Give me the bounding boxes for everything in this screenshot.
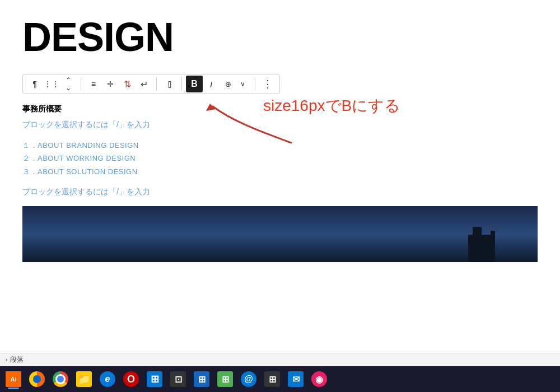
- nav-list: １．ABOUT BRANDING DESIGN ２．ABOUT WORKING …: [22, 139, 538, 178]
- arrows-btn[interactable]: ⌃⌄: [60, 76, 77, 92]
- bold-btn[interactable]: B: [186, 76, 203, 92]
- taskbar-item-mail[interactable]: ✉: [284, 368, 307, 390]
- building-silhouette: [459, 223, 504, 262]
- placeholder-2[interactable]: ブロックを選択するには「/」を入力: [22, 187, 538, 197]
- main-content: DESIGN ¶ ⋮⋮ ⌃⌄ ≡ ✛ ⇅ ↵ [ ] B I ⊕ ∨: [0, 0, 560, 358]
- list-item-2: ２．ABOUT WORKING DESIGN: [22, 152, 538, 165]
- app3-icon: ⊞: [194, 371, 209, 387]
- toolbar-group-format: B I ⊕ ∨: [185, 76, 252, 92]
- taskbar-item-explorer[interactable]: 📁: [73, 368, 95, 390]
- app-circle-icon: ◉: [311, 371, 327, 387]
- format-dropdown-btn[interactable]: ∨: [234, 76, 251, 92]
- list-item-3: ３．ABOUT SOLUTION DESIGN: [22, 165, 538, 178]
- grid-icon: ⊞: [264, 371, 280, 387]
- taskbar-item-grid[interactable]: ⊞: [261, 368, 283, 390]
- page-title: DESIGN: [22, 17, 538, 57]
- mail-icon: ✉: [288, 371, 304, 387]
- status-section-label: 段落: [10, 355, 24, 365]
- more-btn[interactable]: ⋮: [259, 76, 276, 92]
- chrome-icon: [53, 371, 68, 387]
- separator-4: [255, 77, 255, 91]
- transform-btn[interactable]: ⇅: [119, 76, 136, 92]
- list-item-1: １．ABOUT BRANDING DESIGN: [22, 139, 538, 152]
- toolbar-group-more: ⋮: [258, 76, 277, 92]
- toolbar-group-1: ¶ ⋮⋮ ⌃⌄: [25, 76, 78, 92]
- taskbar-item-app3[interactable]: ⊞: [190, 368, 213, 390]
- active-indicator: [8, 388, 19, 389]
- ai-icon: Ai: [6, 371, 21, 387]
- separator-2: [156, 77, 157, 91]
- taskbar-item-app4[interactable]: ⊞: [214, 368, 236, 390]
- taskbar-item-ai[interactable]: Ai: [2, 368, 25, 390]
- toolbar-group-2: ≡ ✛ ⇅ ↵: [84, 76, 153, 92]
- taskbar-item-win2[interactable]: ⊡: [167, 368, 189, 390]
- taskbar-item-at[interactable]: @: [237, 368, 260, 390]
- opera-icon: O: [123, 371, 139, 387]
- taskbar-item-app-circle[interactable]: ◉: [308, 368, 330, 390]
- explorer-icon: 📁: [76, 371, 92, 387]
- status-bar: › 段落: [0, 353, 560, 366]
- firefox-icon: [29, 371, 45, 387]
- formatting-toolbar: ¶ ⋮⋮ ⌃⌄ ≡ ✛ ⇅ ↵ [ ] B I ⊕ ∨ ⋮: [22, 74, 280, 94]
- taskbar-item-firefox[interactable]: [26, 368, 48, 390]
- content-area: 事務所概要 ブロックを選択するには「/」を入力 １．ABOUT BRANDING…: [22, 104, 538, 197]
- win1-icon: ⊞: [147, 371, 162, 387]
- paragraph-btn[interactable]: ¶: [26, 76, 43, 92]
- plus-btn[interactable]: ✛: [102, 76, 119, 92]
- italic-btn[interactable]: I: [203, 76, 220, 92]
- placeholder-1[interactable]: ブロックを選択するには「/」を入力: [22, 120, 538, 130]
- taskbar: Ai 📁 e O ⊞ ⊡ ⊞ ⊞ @ ⊞: [0, 366, 560, 392]
- status-expand-icon[interactable]: ›: [6, 357, 7, 363]
- at-icon: @: [241, 371, 256, 387]
- taskbar-item-chrome[interactable]: [49, 368, 72, 390]
- grid-btn[interactable]: ⋮⋮: [43, 76, 60, 92]
- hero-image: [22, 206, 538, 262]
- enter-btn[interactable]: ↵: [136, 76, 152, 92]
- bracket-btn[interactable]: [ ]: [161, 76, 178, 92]
- app4-icon: ⊞: [217, 371, 233, 387]
- separator-1: [81, 77, 81, 91]
- taskbar-item-win1[interactable]: ⊞: [143, 368, 166, 390]
- win2-icon: ⊡: [170, 371, 186, 387]
- taskbar-item-opera[interactable]: O: [120, 368, 142, 390]
- align-btn[interactable]: ≡: [85, 76, 102, 92]
- edge-icon: e: [100, 371, 115, 387]
- section-heading: 事務所概要: [22, 104, 538, 114]
- taskbar-item-edge[interactable]: e: [96, 368, 119, 390]
- toolbar-group-3: [ ]: [160, 76, 179, 92]
- separator-3: [181, 77, 182, 91]
